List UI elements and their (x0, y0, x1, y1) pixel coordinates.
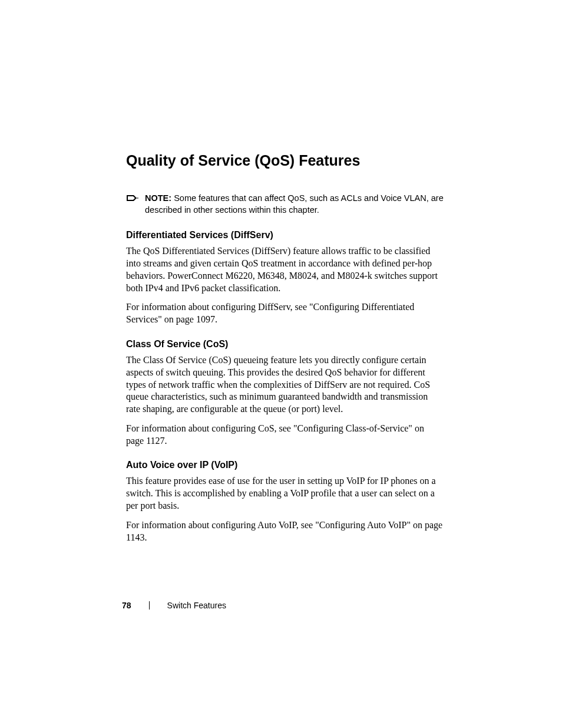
note-label: NOTE: (145, 193, 171, 203)
footer-separator (149, 601, 150, 610)
footer-chapter-title: Switch Features (167, 601, 226, 610)
section-heading: Auto Voice over IP (VoIP) (126, 460, 444, 470)
section-heading: Differentiated Services (DiffServ) (126, 230, 444, 241)
body-paragraph: The QoS Differentiated Services (DiffSer… (126, 245, 444, 294)
body-paragraph: The Class Of Service (CoS) queueing feat… (126, 354, 444, 416)
footer-page-number: 78 (122, 601, 131, 610)
page-footer: 78 Switch Features (122, 601, 226, 610)
body-paragraph: For information about configuring DiffSe… (126, 301, 444, 326)
note-body: Some features that can affect QoS, such … (145, 193, 444, 215)
body-paragraph: For information about configuring CoS, s… (126, 423, 444, 447)
section-voip: Auto Voice over IP (VoIP) This feature p… (126, 460, 444, 543)
body-paragraph: For information about configuring Auto V… (126, 519, 444, 544)
note-text: NOTE: Some features that can affect QoS,… (145, 193, 444, 216)
section-heading: Class Of Service (CoS) (126, 339, 444, 350)
section-cos: Class Of Service (CoS) The Class Of Serv… (126, 339, 444, 447)
section-diffserv: Differentiated Services (DiffServ) The Q… (126, 230, 444, 326)
pencil-icon (126, 193, 139, 203)
note-block: NOTE: Some features that can affect QoS,… (126, 193, 444, 216)
document-page: Quality of Service (QoS) Features NOTE: … (0, 0, 562, 728)
body-paragraph: This feature provides ease of use for th… (126, 475, 444, 512)
page-title: Quality of Service (QoS) Features (126, 152, 444, 169)
